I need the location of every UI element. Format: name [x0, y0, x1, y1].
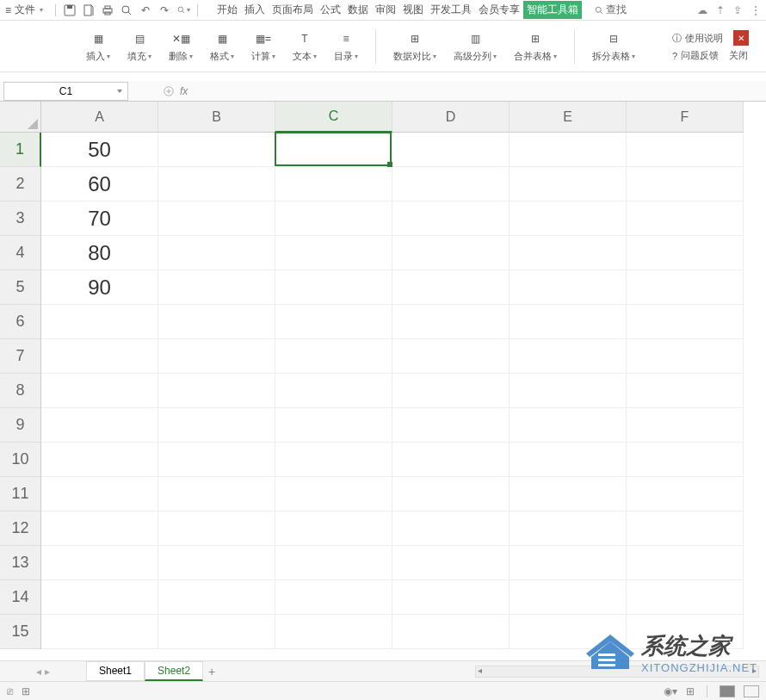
cell-E8[interactable] — [510, 374, 627, 408]
cell-A4[interactable]: 80 — [41, 236, 158, 270]
cell-B6[interactable] — [158, 305, 275, 339]
expand-icon[interactable] — [163, 85, 175, 97]
grid-icon[interactable]: ⊞ — [686, 685, 695, 697]
cell-C7[interactable] — [275, 339, 392, 374]
cell-B15[interactable] — [158, 615, 275, 649]
column-header-B[interactable]: B — [158, 102, 275, 133]
cell-C6[interactable] — [275, 305, 392, 339]
cell-A6[interactable] — [41, 305, 158, 339]
cell-F7[interactable] — [627, 339, 744, 374]
ribbon-tab-3[interactable]: 公式 — [317, 1, 344, 19]
cell-C5[interactable] — [275, 270, 392, 305]
cell-F4[interactable] — [627, 236, 744, 270]
cell-A12[interactable] — [41, 511, 158, 546]
row-header-13[interactable]: 13 — [0, 546, 41, 580]
ribbon-合并表格[interactable]: ⊞合并表格▾ — [514, 29, 557, 63]
sheet-tab-Sheet2[interactable]: Sheet2 — [145, 661, 203, 681]
upload-icon[interactable]: ⇡ — [716, 4, 725, 16]
row-header-14[interactable]: 14 — [0, 580, 41, 615]
cell-B11[interactable] — [158, 477, 275, 511]
share-icon[interactable]: ⇪ — [733, 4, 742, 16]
cell-D8[interactable] — [392, 374, 510, 408]
add-sheet-button[interactable]: + — [208, 665, 215, 678]
print-icon[interactable] — [101, 3, 114, 17]
cell-A14[interactable] — [41, 580, 158, 615]
cell-E6[interactable] — [510, 305, 627, 339]
close-icon[interactable]: ✕ — [733, 30, 749, 46]
cell-B7[interactable] — [158, 339, 275, 374]
cell-C3[interactable] — [275, 201, 392, 236]
ribbon-tab-1[interactable]: 插入 — [241, 1, 269, 19]
cell-C11[interactable] — [275, 477, 392, 511]
cell-B10[interactable] — [158, 443, 275, 477]
cell-A11[interactable] — [41, 477, 158, 511]
cell-C13[interactable] — [275, 546, 392, 580]
cell-D12[interactable] — [392, 511, 510, 546]
cell-B4[interactable] — [158, 236, 275, 270]
cell-E13[interactable] — [510, 546, 627, 580]
cell-B8[interactable] — [158, 374, 275, 408]
cell-B9[interactable] — [158, 408, 275, 443]
cells[interactable]: 5060708090 — [41, 133, 744, 649]
sheet-nav[interactable]: ◂ ▸ — [0, 666, 86, 678]
cell-C4[interactable] — [275, 236, 392, 270]
cell-F12[interactable] — [627, 511, 744, 546]
row-header-10[interactable]: 10 — [0, 443, 41, 477]
cell-B2[interactable] — [158, 167, 275, 201]
cell-E7[interactable] — [510, 339, 627, 374]
new-icon[interactable] — [82, 3, 96, 17]
cell-C12[interactable] — [275, 511, 392, 546]
cell-F11[interactable] — [627, 477, 744, 511]
cell-A10[interactable] — [41, 443, 158, 477]
cell-D10[interactable] — [392, 443, 510, 477]
cell-A2[interactable]: 60 — [41, 167, 158, 201]
row-header-8[interactable]: 8 — [0, 374, 41, 408]
more-icon[interactable]: ⋮ — [751, 4, 761, 16]
row-header-2[interactable]: 2 — [0, 167, 41, 201]
ribbon-tab-2[interactable]: 页面布局 — [269, 1, 317, 19]
cell-F13[interactable] — [627, 546, 744, 580]
search-box[interactable]: 查找 — [594, 3, 627, 17]
cell-A8[interactable] — [41, 374, 158, 408]
ribbon-插入[interactable]: ▦插入▾ — [86, 29, 110, 63]
cell-D15[interactable] — [392, 615, 510, 649]
cell-D2[interactable] — [392, 167, 510, 201]
ribbon-拆分表格[interactable]: ⊟拆分表格▾ — [592, 29, 635, 63]
ribbon-目录[interactable]: ≡目录▾ — [334, 29, 358, 63]
cell-D3[interactable] — [392, 201, 510, 236]
cell-D4[interactable] — [392, 236, 510, 270]
feedback-button[interactable]: ?问题反馈关闭 — [672, 49, 749, 62]
normal-view-button[interactable] — [720, 685, 735, 697]
cell-C14[interactable] — [275, 580, 392, 615]
save-icon[interactable] — [63, 3, 77, 17]
select-all-corner[interactable] — [0, 102, 41, 133]
redo-icon[interactable]: ↷ — [158, 3, 171, 17]
cell-E10[interactable] — [510, 443, 627, 477]
row-header-6[interactable]: 6 — [0, 305, 41, 339]
ribbon-tab-5[interactable]: 审阅 — [372, 1, 399, 19]
cell-F14[interactable] — [627, 580, 744, 615]
ribbon-删除[interactable]: ✕▦删除▾ — [169, 29, 193, 63]
cell-E1[interactable] — [510, 133, 627, 167]
ribbon-tab-7[interactable]: 开发工具 — [427, 1, 475, 19]
cell-A15[interactable] — [41, 615, 158, 649]
cell-A9[interactable] — [41, 408, 158, 443]
cell-B14[interactable] — [158, 580, 275, 615]
cell-E9[interactable] — [510, 408, 627, 443]
column-header-D[interactable]: D — [392, 102, 510, 133]
cell-D7[interactable] — [392, 339, 510, 374]
zoom-icon[interactable]: ▾ — [176, 3, 190, 17]
cell-B5[interactable] — [158, 270, 275, 305]
file-menu[interactable]: ≡ 文件 ▾ — [5, 3, 43, 17]
row-header-3[interactable]: 3 — [0, 201, 41, 236]
ribbon-格式[interactable]: ▦格式▾ — [210, 29, 234, 63]
row-header-12[interactable]: 12 — [0, 511, 41, 546]
cell-C10[interactable] — [275, 443, 392, 477]
row-header-11[interactable]: 11 — [0, 477, 41, 511]
record-icon[interactable]: ⎚ — [7, 685, 13, 697]
cell-F5[interactable] — [627, 270, 744, 305]
formula-input[interactable] — [188, 82, 766, 101]
ribbon-tab-8[interactable]: 会员专享 — [475, 1, 523, 19]
cell-A5[interactable]: 90 — [41, 270, 158, 305]
cell-E3[interactable] — [510, 201, 627, 236]
